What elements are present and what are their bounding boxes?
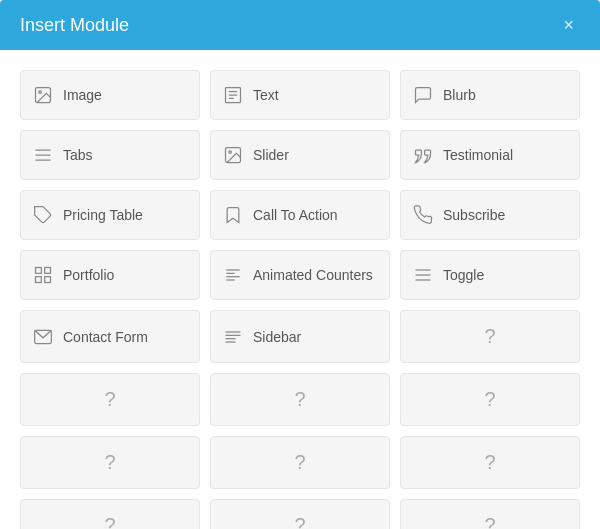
module-btn-slider[interactable]: Slider <box>210 130 390 180</box>
modal-title: Insert Module <box>20 15 129 36</box>
module-btn-blurb[interactable]: Blurb <box>400 70 580 120</box>
module-label: Tabs <box>63 147 93 163</box>
module-btn-pricing-table[interactable]: Pricing Table <box>20 190 200 240</box>
module-btn-portfolio[interactable]: Portfolio <box>20 250 200 300</box>
testimonial-icon <box>413 145 433 165</box>
module-btn-unknown9[interactable]: ? <box>210 499 390 529</box>
slider-icon <box>223 145 243 165</box>
module-btn-sidebar[interactable]: Sidebar <box>210 310 390 363</box>
portfolio-icon <box>33 265 53 285</box>
module-btn-text[interactable]: Text <box>210 70 390 120</box>
unknown-module-label: ? <box>294 388 305 411</box>
module-label: Animated Counters <box>253 267 373 283</box>
blurb-icon <box>413 85 433 105</box>
module-btn-toggle[interactable]: Toggle <box>400 250 580 300</box>
module-btn-unknown3[interactable]: ? <box>210 373 390 426</box>
modal-header: Insert Module × <box>0 0 600 50</box>
unknown-module-label: ? <box>484 325 495 348</box>
module-btn-tabs[interactable]: Tabs <box>20 130 200 180</box>
module-grid: ImageTextBlurbTabsSliderTestimonialPrici… <box>0 50 600 529</box>
close-button[interactable]: × <box>557 14 580 36</box>
contact-icon <box>33 327 53 347</box>
svg-rect-14 <box>36 277 42 283</box>
module-btn-unknown8[interactable]: ? <box>20 499 200 529</box>
subscribe-icon <box>413 205 433 225</box>
module-btn-testimonial[interactable]: Testimonial <box>400 130 580 180</box>
module-btn-animated-counters[interactable]: Animated Counters <box>210 250 390 300</box>
text-icon <box>223 85 243 105</box>
module-btn-unknown2[interactable]: ? <box>20 373 200 426</box>
tabs-icon <box>33 145 53 165</box>
image-icon <box>33 85 53 105</box>
module-btn-unknown6[interactable]: ? <box>210 436 390 489</box>
unknown-module-label: ? <box>294 514 305 529</box>
module-label: Testimonial <box>443 147 513 163</box>
module-label: Slider <box>253 147 289 163</box>
unknown-module-label: ? <box>484 388 495 411</box>
module-label: Toggle <box>443 267 484 283</box>
module-label: Blurb <box>443 87 476 103</box>
unknown-module-label: ? <box>484 514 495 529</box>
module-label: Contact Form <box>63 329 148 345</box>
module-btn-unknown10[interactable]: ? <box>400 499 580 529</box>
module-label: Text <box>253 87 279 103</box>
unknown-module-label: ? <box>104 514 115 529</box>
svg-point-1 <box>39 91 42 94</box>
counters-icon <box>223 265 243 285</box>
module-btn-image[interactable]: Image <box>20 70 200 120</box>
module-label: Call To Action <box>253 207 338 223</box>
module-label: Subscribe <box>443 207 505 223</box>
unknown-module-label: ? <box>104 388 115 411</box>
unknown-module-label: ? <box>104 451 115 474</box>
module-label: Image <box>63 87 102 103</box>
svg-rect-13 <box>45 268 51 274</box>
module-label: Portfolio <box>63 267 114 283</box>
svg-point-10 <box>229 151 232 154</box>
svg-rect-12 <box>36 268 42 274</box>
toggle-icon <box>413 265 433 285</box>
insert-module-modal: Insert Module × ImageTextBlurbTabsSlider… <box>0 0 600 529</box>
module-btn-contact-form[interactable]: Contact Form <box>20 310 200 363</box>
module-btn-subscribe[interactable]: Subscribe <box>400 190 580 240</box>
svg-rect-15 <box>45 277 51 283</box>
module-label: Sidebar <box>253 329 301 345</box>
pricing-icon <box>33 205 53 225</box>
module-btn-unknown5[interactable]: ? <box>20 436 200 489</box>
unknown-module-label: ? <box>294 451 305 474</box>
module-btn-call-to-action[interactable]: Call To Action <box>210 190 390 240</box>
module-btn-unknown7[interactable]: ? <box>400 436 580 489</box>
cta-icon <box>223 205 243 225</box>
module-label: Pricing Table <box>63 207 143 223</box>
unknown-module-label: ? <box>484 451 495 474</box>
module-btn-unknown1[interactable]: ? <box>400 310 580 363</box>
sidebar-icon <box>223 327 243 347</box>
module-btn-unknown4[interactable]: ? <box>400 373 580 426</box>
